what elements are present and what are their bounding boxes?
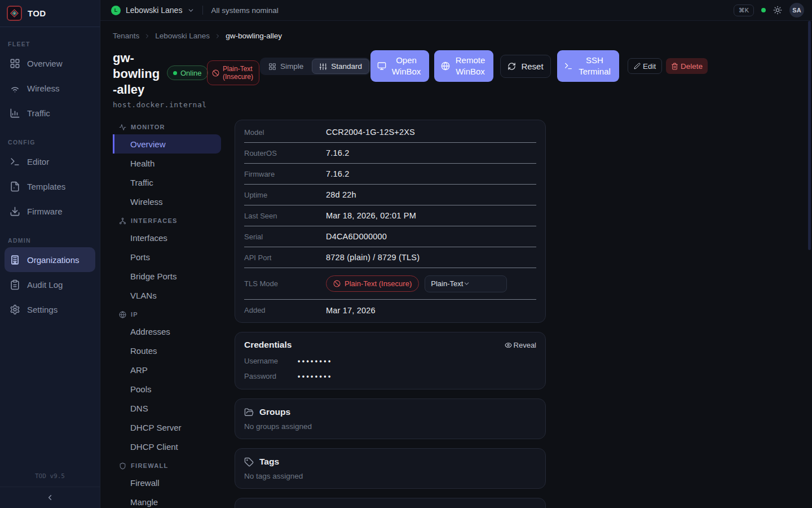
open-winbox-button[interactable]: Open WinBox bbox=[370, 50, 429, 82]
topbar-divider bbox=[202, 6, 203, 15]
sun-icon[interactable] bbox=[773, 6, 782, 15]
breadcrumb: Tenants Lebowski Lanes gw-bowling-alley bbox=[113, 32, 282, 40]
subnav-item-ports[interactable]: Ports bbox=[113, 247, 221, 266]
command-palette-shortcut[interactable]: ⌘K bbox=[734, 5, 754, 16]
device-details-card: Model CCR2004-1G-12S+2XS RouterOS 7.16.2… bbox=[235, 120, 546, 323]
network-icon bbox=[119, 217, 126, 225]
sidebar-item-label: Overview bbox=[27, 59, 63, 68]
refresh-icon bbox=[508, 62, 516, 71]
device-header: gw-bowling-alley Online Plain-Text(Insec… bbox=[113, 50, 806, 113]
subnav-group-firewall: FIREWALL bbox=[113, 458, 221, 473]
subnav-item-arp[interactable]: ARP bbox=[113, 360, 221, 379]
globe-icon bbox=[119, 311, 126, 318]
tls-mode-select[interactable]: Plain-Text bbox=[425, 275, 507, 292]
sidebar-item-traffic[interactable]: Traffic bbox=[5, 100, 95, 125]
insecure-icon bbox=[212, 69, 219, 77]
subnav-item-health[interactable]: Health bbox=[113, 154, 221, 173]
subnav-item-dhcp-client[interactable]: DHCP Client bbox=[113, 437, 221, 456]
app-logo-row: TOD bbox=[0, 0, 100, 27]
subnav-item-dns[interactable]: DNS bbox=[113, 398, 221, 418]
chevron-right-icon bbox=[144, 33, 151, 40]
app-version: TOD v9.5 bbox=[0, 468, 100, 487]
subnav-item-vlans[interactable]: VLANs bbox=[113, 286, 221, 305]
sidebar: TOD FLEET Overview Wireless Traffic CONF… bbox=[0, 0, 100, 508]
subnav-item-traffic[interactable]: Traffic bbox=[113, 173, 221, 192]
sidebar-item-organizations[interactable]: Organizations bbox=[5, 247, 95, 272]
toggle-simple[interactable]: Simple bbox=[261, 59, 311, 74]
system-status-text: All systems nominal bbox=[211, 6, 278, 15]
sidebar-item-overview[interactable]: Overview bbox=[5, 51, 95, 76]
sidebar-section-fleet: FLEET bbox=[8, 41, 92, 47]
sidebar-item-label: Templates bbox=[27, 182, 65, 191]
sidebar-item-label: Editor bbox=[27, 157, 49, 167]
grid-icon bbox=[268, 63, 276, 71]
grid-icon bbox=[10, 58, 20, 69]
detail-row-routeros: RouterOS 7.16.2 bbox=[244, 143, 536, 164]
breadcrumb-tenants[interactable]: Tenants bbox=[113, 32, 139, 40]
sidebar-item-templates[interactable]: Templates bbox=[5, 174, 95, 199]
terminal-icon bbox=[564, 62, 573, 71]
scrollbar[interactable] bbox=[808, 21, 811, 250]
subnav-item-addresses[interactable]: Addresses bbox=[113, 322, 221, 341]
sidebar-item-firmware[interactable]: Firmware bbox=[5, 199, 95, 224]
subnav-item-mangle[interactable]: Mangle bbox=[113, 492, 221, 508]
main-content: Tenants Lebowski Lanes gw-bowling-alley … bbox=[100, 21, 812, 508]
tag-icon bbox=[244, 457, 254, 467]
sidebar-item-label: Audit Log bbox=[27, 280, 63, 290]
subnav-item-pools[interactable]: Pools bbox=[113, 379, 221, 398]
subnav-item-overview[interactable]: Overview bbox=[113, 134, 221, 154]
org-name: Lebowski Lanes bbox=[126, 6, 182, 15]
remote-winbox-button[interactable]: Remote WinBox bbox=[434, 50, 493, 82]
page-title: gw-bowling-alley bbox=[113, 50, 162, 98]
wifi-icon bbox=[10, 83, 20, 94]
sidebar-item-settings[interactable]: Settings bbox=[5, 297, 95, 322]
folder-icon bbox=[244, 408, 254, 417]
globe-icon bbox=[441, 62, 450, 71]
subnav-item-interfaces[interactable]: Interfaces bbox=[113, 228, 221, 247]
clipboard-icon bbox=[10, 279, 20, 290]
sliders-icon bbox=[319, 63, 327, 71]
tags-card: Tags No tags assigned bbox=[235, 448, 546, 489]
org-switcher[interactable]: L Lebowski Lanes bbox=[111, 6, 195, 15]
eye-icon bbox=[505, 341, 512, 349]
detail-row-last-seen: Last Seen Mar 18, 2026, 02:01 PM bbox=[244, 205, 536, 226]
masked-password: •••••••• bbox=[298, 373, 333, 380]
username-row: Username •••••••• bbox=[244, 357, 536, 365]
sidebar-item-label: Wireless bbox=[27, 84, 60, 93]
chevron-right-icon bbox=[214, 33, 221, 40]
terminal-icon bbox=[10, 156, 20, 167]
detail-row-tls-mode: TLS Mode Plain-Text (Insecure) Plain-Tex… bbox=[244, 268, 536, 300]
ssh-terminal-button[interactable]: SSH Terminal bbox=[557, 50, 619, 82]
breadcrumb-device: gw-bowling-alley bbox=[226, 32, 282, 40]
detail-row-model: Model CCR2004-1G-12S+2XS bbox=[244, 122, 536, 143]
reset-button[interactable]: Reset bbox=[500, 55, 551, 78]
subnav-item-firewall[interactable]: Firewall bbox=[113, 473, 221, 492]
sidebar-item-wireless[interactable]: Wireless bbox=[5, 76, 95, 100]
subnav-item-routes[interactable]: Routes bbox=[113, 341, 221, 360]
chevron-down-icon bbox=[463, 280, 470, 287]
trash-icon bbox=[671, 63, 678, 70]
file-icon bbox=[10, 181, 20, 192]
sidebar-collapse-button[interactable] bbox=[0, 487, 100, 508]
edit-button[interactable]: Edit bbox=[628, 58, 662, 74]
sidebar-item-audit-log[interactable]: Audit Log bbox=[5, 272, 95, 297]
user-avatar[interactable]: SA bbox=[789, 3, 804, 17]
detail-row-api-port: API Port 8728 (plain) / 8729 (TLS) bbox=[244, 247, 536, 268]
insecure-icon bbox=[333, 280, 341, 287]
subnav-group-monitor: MONITOR bbox=[113, 120, 221, 134]
subnav-item-wireless[interactable]: Wireless bbox=[113, 192, 221, 211]
groups-title: Groups bbox=[259, 407, 290, 417]
subnav-item-bridge-ports[interactable]: Bridge Ports bbox=[113, 266, 221, 286]
shield-icon bbox=[119, 462, 126, 470]
breadcrumb-org[interactable]: Lebowski Lanes bbox=[155, 32, 210, 40]
delete-button[interactable]: Delete bbox=[666, 58, 708, 74]
credentials-card: Credentials Reveal Username •••••••• Pas… bbox=[235, 332, 546, 389]
sidebar-item-editor[interactable]: Editor bbox=[5, 149, 95, 174]
subnav-item-dhcp-server[interactable]: DHCP Server bbox=[113, 418, 221, 437]
toggle-standard[interactable]: Standard bbox=[312, 59, 369, 74]
view-mode-toggle: Simple Standard bbox=[260, 58, 370, 75]
sidebar-section-admin: ADMIN bbox=[8, 237, 92, 244]
reveal-credentials-button[interactable]: Reveal bbox=[505, 341, 536, 349]
subnav-group-interfaces: INTERFACES bbox=[113, 213, 221, 228]
cards-column: Model CCR2004-1G-12S+2XS RouterOS 7.16.2… bbox=[235, 120, 546, 508]
